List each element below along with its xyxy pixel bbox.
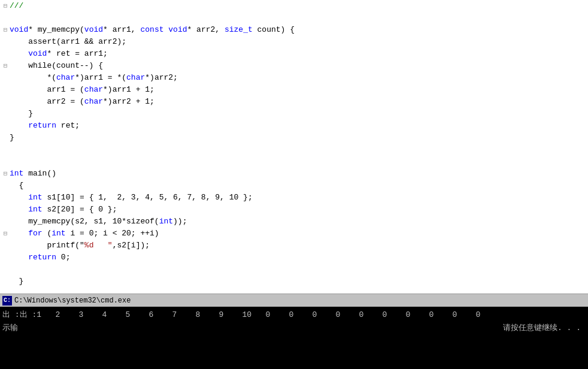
code-token: 0; — [56, 253, 70, 262]
code-line: my_memcpy(s2, s1, 10*sizeof(int)); — [0, 216, 588, 228]
code-token — [10, 49, 28, 58]
code-line: void* ret = arr1; — [0, 48, 588, 60]
line-text: int s2[20] = { 0 }; — [10, 204, 588, 216]
code-token: char — [56, 73, 75, 82]
out-label: 出 : — [2, 309, 20, 320]
code-token: void — [10, 25, 28, 34]
code-line: return 0; — [0, 252, 588, 264]
code-line: int s1[10] = { 1, 2, 3, 4, 5, 6, 7, 8, 9… — [0, 192, 588, 204]
code-token: return — [28, 253, 56, 262]
code-token: count) { — [253, 25, 295, 34]
line-text: } — [10, 276, 588, 288]
code-token: main() — [23, 169, 56, 178]
code-editor[interactable]: ⊟///⊟void* my_memcpy(void* arr1, const v… — [0, 0, 588, 294]
code-line: assert(arr1 && arr2); — [0, 36, 588, 48]
code-line: ⊟int main() — [0, 168, 588, 180]
code-token: )); — [173, 217, 187, 226]
code-token: arr2 = ( — [10, 97, 84, 106]
line-text: } — [10, 108, 588, 120]
code-line: ⊟ while(count--) { — [0, 60, 588, 72]
code-token: ret; — [56, 121, 80, 130]
code-line — [0, 264, 588, 276]
code-line: { — [0, 180, 588, 192]
code-line: } — [0, 132, 588, 144]
code-token: * arr1, — [103, 25, 140, 34]
gutter-marker[interactable]: ⊟ — [1, 228, 10, 240]
code-token: char — [84, 85, 103, 94]
code-token: * ret = arr1; — [47, 49, 107, 58]
output-numbers: 出 :1 2 3 4 5 6 7 8 9 10 0 0 0 0 0 0 0 0 … — [20, 309, 481, 320]
code-token: return — [28, 121, 56, 130]
line-text: for (int i = 0; i < 20; ++i) — [10, 228, 588, 240]
code-token: int — [28, 193, 42, 202]
cmd-icon: C: — [2, 296, 12, 306]
line-text: assert(arr1 && arr2); — [10, 36, 588, 48]
code-token: void — [84, 25, 103, 34]
code-token: printf(" — [10, 241, 84, 250]
code-line — [0, 156, 588, 168]
terminal-output-line2: 示输 请按任意键继续. . . — [2, 321, 586, 334]
code-line: ⊟/// — [0, 0, 588, 12]
line-text: int main() — [10, 168, 588, 180]
line-text: int s1[10] = { 1, 2, 3, 4, 5, 6, 7, 8, 9… — [10, 192, 588, 204]
code-token: *)arr2 + 1; — [103, 97, 154, 106]
code-token: *( — [10, 73, 56, 82]
code-token: for — [28, 229, 42, 238]
line-text: return 0; — [10, 252, 588, 264]
code-line: } — [0, 276, 588, 288]
code-token: my_memcpy(s2, s1, 10*sizeof( — [10, 217, 159, 226]
terminal-titlebar: C: C:\Windows\system32\cmd.exe — [0, 294, 588, 307]
code-token — [10, 205, 28, 214]
line-text: while(count--) { — [10, 60, 588, 72]
code-token: char — [126, 73, 145, 82]
code-line: } — [0, 108, 588, 120]
code-token: %d " — [84, 241, 113, 250]
terminal-title: C:\Windows\system32\cmd.exe — [14, 297, 131, 305]
code-token: int — [10, 169, 23, 178]
line-text: return ret; — [10, 120, 588, 132]
code-line: arr2 = (char*)arr2 + 1; — [0, 96, 588, 108]
code-token: const void — [140, 25, 187, 34]
code-token: void — [28, 49, 47, 58]
line-text: void* ret = arr1; — [10, 48, 588, 60]
gutter-marker[interactable]: ⊟ — [1, 0, 10, 12]
line-text: } — [10, 132, 588, 144]
line-text: *(char*)arr1 = *(char*)arr2; — [10, 72, 588, 84]
code-token: * my_memcpy( — [28, 25, 84, 34]
line-text: arr1 = (char*)arr1 + 1; — [10, 84, 588, 96]
code-token — [10, 121, 28, 130]
code-token: while(count--) { — [10, 61, 103, 70]
code-line: int s2[20] = { 0 }; — [0, 204, 588, 216]
code-token: assert(arr1 && arr2); — [10, 37, 126, 46]
gutter-marker[interactable]: ⊟ — [1, 60, 10, 72]
code-token: } — [10, 109, 33, 118]
code-line: ⊟ for (int i = 0; i < 20; ++i) — [0, 228, 588, 240]
line-text: printf("%d ",s2[i]); — [10, 240, 588, 252]
code-line — [0, 144, 588, 156]
code-token: arr1 = ( — [10, 85, 84, 94]
terminal-output: 出 :出 :1 2 3 4 5 6 7 8 9 10 0 0 0 0 0 0 0… — [0, 307, 588, 369]
code-token: size_t — [225, 25, 253, 34]
code-token: /// — [10, 1, 23, 10]
code-line — [0, 12, 588, 24]
gutter-marker[interactable]: ⊟ — [1, 168, 10, 180]
code-token — [10, 229, 28, 238]
code-token: s2[20] = { 0 }; — [43, 205, 117, 214]
code-line: arr1 = (char*)arr1 + 1; — [0, 84, 588, 96]
line-text: void* my_memcpy(void* arr1, const void* … — [10, 24, 588, 36]
code-token: *)arr1 + 1; — [103, 85, 154, 94]
code-token — [10, 193, 28, 202]
line-text: arr2 = (char*)arr2 + 1; — [10, 96, 588, 108]
code-line: return ret; — [0, 120, 588, 132]
code-token: int — [159, 217, 173, 226]
code-token — [10, 253, 28, 262]
terminal-output-line1: 出 :出 :1 2 3 4 5 6 7 8 9 10 0 0 0 0 0 0 0… — [2, 308, 586, 321]
code-line: ⊟void* my_memcpy(void* arr1, const void*… — [0, 24, 588, 36]
line-text: /// — [10, 0, 588, 12]
line-text: { — [10, 180, 588, 192]
gutter-marker[interactable]: ⊟ — [1, 24, 10, 36]
code-token: { — [10, 181, 23, 190]
output-line2: 示输 — [2, 322, 18, 333]
code-token: } — [10, 133, 14, 142]
code-token: int — [51, 229, 65, 238]
